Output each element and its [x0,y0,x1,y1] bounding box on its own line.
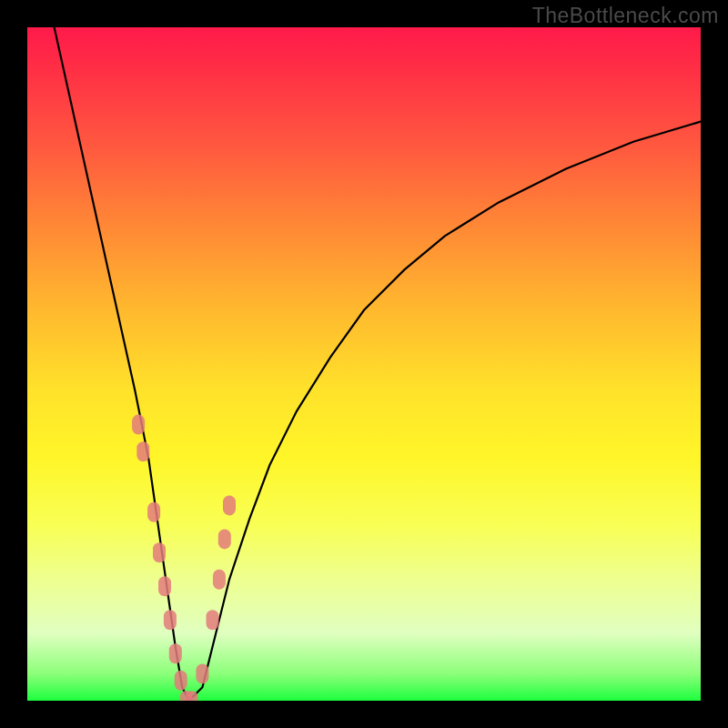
bottleneck-curve [55,27,701,701]
highlight-point [213,570,226,590]
highlight-point [158,576,171,596]
highlight-point [223,495,236,515]
curve-layer [27,27,701,701]
highlight-point [153,542,166,562]
highlight-point [169,643,182,663]
watermark-text: TheBottleneck.com [532,4,719,28]
chart-frame: TheBottleneck.com [0,0,728,728]
highlight-points [132,415,236,701]
highlight-point [136,441,149,461]
highlight-point [132,415,145,435]
highlight-point [175,671,187,691]
highlight-point [164,610,177,630]
plot-area [27,27,701,701]
highlight-point [218,529,231,549]
highlight-point [147,502,160,522]
highlight-point [196,663,208,683]
highlight-point [207,610,219,630]
